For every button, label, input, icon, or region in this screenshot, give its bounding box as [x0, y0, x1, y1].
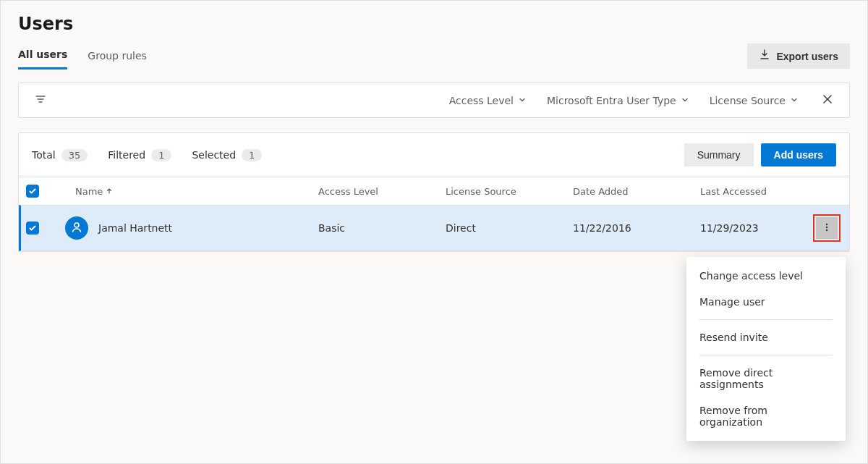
filter-user-type[interactable]: Microsoft Entra User Type — [547, 95, 689, 106]
menu-change-access-level[interactable]: Change access level — [686, 263, 846, 289]
column-last-accessed[interactable]: Last Accessed — [700, 186, 813, 197]
menu-remove-direct-assignments[interactable]: Remove direct assignments — [686, 360, 846, 397]
tab-all-users[interactable]: All users — [18, 43, 67, 69]
select-all-checkbox[interactable] — [26, 185, 39, 198]
row-checkbox[interactable] — [26, 222, 39, 235]
download-icon — [759, 49, 770, 63]
stat-filtered-label: Filtered — [108, 149, 145, 161]
users-card: Total 35 Filtered 1 Selected 1 Summary A… — [18, 132, 850, 252]
svg-point-1 — [826, 223, 827, 224]
stat-selected-label: Selected — [192, 149, 236, 161]
svg-point-3 — [826, 229, 827, 230]
filter-license-source[interactable]: License Source — [710, 95, 799, 106]
column-name[interactable]: Name — [65, 186, 318, 197]
cell-access-level: Basic — [318, 222, 446, 234]
more-actions-button[interactable] — [816, 217, 838, 239]
export-users-label: Export users — [776, 51, 838, 62]
stat-total-count: 35 — [61, 149, 88, 161]
table-header: Name Access Level License Source Date Ad… — [19, 177, 849, 205]
person-icon — [70, 221, 83, 236]
stat-selected-count: 1 — [242, 149, 262, 161]
filter-user-type-label: Microsoft Entra User Type — [547, 95, 676, 106]
cell-date-added: 11/22/2016 — [573, 222, 700, 234]
add-users-button[interactable]: Add users — [761, 143, 836, 166]
user-name: Jamal Hartnett — [98, 222, 172, 234]
context-menu: Change access level Manage user Resend i… — [686, 257, 846, 441]
stat-filtered-count: 1 — [151, 149, 171, 161]
stats-row: Total 35 Filtered 1 Selected 1 Summary A… — [19, 133, 849, 177]
chevron-down-icon — [681, 95, 689, 106]
filter-bar: Access Level Microsoft Entra User Type L… — [18, 83, 850, 118]
export-users-button[interactable]: Export users — [747, 43, 850, 69]
more-actions-highlight — [813, 214, 841, 242]
chevron-down-icon — [518, 95, 527, 106]
page-title: Users — [1, 1, 867, 34]
stat-filtered: Filtered 1 — [108, 149, 171, 161]
filter-access-level-label: Access Level — [449, 95, 514, 106]
sort-ascending-icon — [106, 186, 113, 197]
menu-remove-from-organization[interactable]: Remove from organization — [686, 397, 846, 435]
clear-filters-button[interactable] — [819, 90, 836, 110]
filter-access-level[interactable]: Access Level — [449, 95, 527, 106]
chevron-down-icon — [790, 95, 799, 106]
column-access-level[interactable]: Access Level — [318, 186, 446, 197]
avatar — [65, 216, 88, 240]
stat-selected: Selected 1 — [192, 149, 262, 161]
svg-point-2 — [826, 226, 827, 227]
filter-button[interactable] — [32, 90, 49, 110]
more-vertical-icon — [822, 222, 832, 235]
cell-license-source: Direct — [446, 222, 573, 234]
summary-button[interactable]: Summary — [684, 143, 754, 166]
table-row[interactable]: Jamal Hartnett Basic Direct 11/22/2016 1… — [19, 205, 849, 251]
cell-last-accessed: 11/29/2023 — [700, 222, 813, 234]
tab-bar: All users Group rules Export users — [1, 34, 867, 69]
filter-license-source-label: License Source — [710, 95, 786, 106]
filter-icon — [35, 96, 46, 107]
menu-resend-invite[interactable]: Resend invite — [686, 324, 846, 350]
column-name-label: Name — [75, 186, 103, 197]
menu-manage-user[interactable]: Manage user — [686, 289, 846, 315]
column-license-source[interactable]: License Source — [446, 186, 573, 197]
menu-divider — [699, 319, 833, 320]
close-icon — [822, 96, 833, 107]
stat-total-label: Total — [32, 149, 56, 161]
tab-group-rules[interactable]: Group rules — [88, 44, 147, 69]
svg-point-0 — [75, 223, 79, 227]
menu-divider — [699, 355, 833, 355]
column-date-added[interactable]: Date Added — [573, 186, 700, 197]
stat-total: Total 35 — [32, 149, 88, 161]
